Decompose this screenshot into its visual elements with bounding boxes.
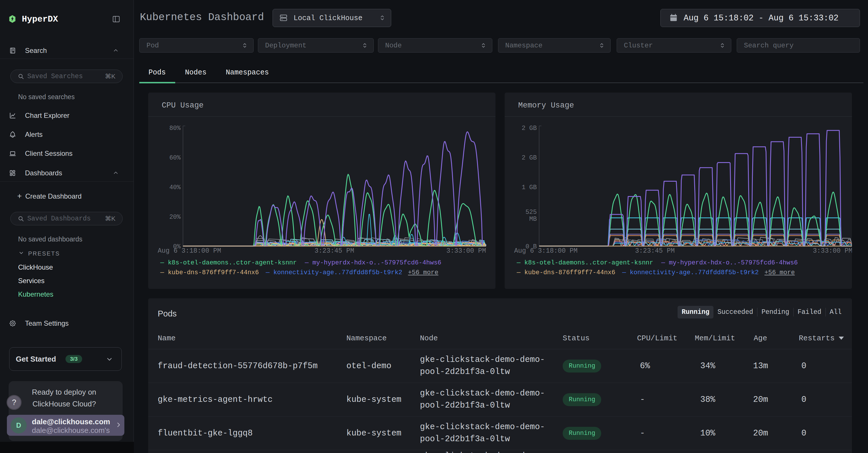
svg-text:3:33:00 PM: 3:33:00 PM (446, 247, 486, 255)
svg-text:20%: 20% (169, 214, 181, 221)
svg-text:Aug 6 3:18:00 PM: Aug 6 3:18:00 PM (514, 247, 578, 255)
svg-text:MB: MB (529, 216, 537, 223)
svg-text:Aug 6 3:18:00 PM: Aug 6 3:18:00 PM (158, 247, 221, 255)
svg-text:60%: 60% (169, 154, 181, 162)
svg-text:40%: 40% (169, 184, 181, 191)
svg-text:3:23:45 PM: 3:23:45 PM (314, 247, 354, 255)
svg-text:2 GB: 2 GB (522, 125, 537, 132)
svg-text:2 GB: 2 GB (522, 154, 537, 162)
svg-text:525: 525 (525, 209, 537, 216)
svg-text:3:23:45 PM: 3:23:45 PM (635, 247, 675, 255)
svg-text:3:33:00 PM: 3:33:00 PM (813, 247, 852, 255)
svg-text:80%: 80% (169, 125, 181, 132)
svg-text:1 GB: 1 GB (522, 184, 537, 191)
